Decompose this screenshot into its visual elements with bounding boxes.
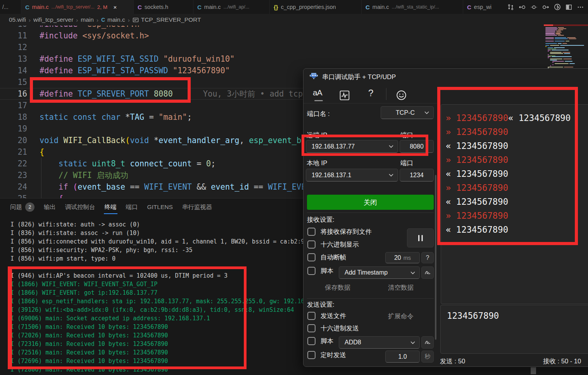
editor-tab-main.c.../wifi_sta_static_ip/...[interactable]: Cmain.c.../wifi_sta_static_ip/... <box>362 0 463 14</box>
panel-tabs: 问题2输出调试控制台终端端口GITLENS串行监视器 <box>10 200 212 214</box>
serial-app-icon <box>310 73 318 81</box>
previous-change-icon[interactable] <box>518 3 527 12</box>
editor-tab-main.c.../wifi_tcp_server/...[interactable]: Cmain.c.../wifi_tcp_server/...2, M× <box>21 0 134 14</box>
annotation-rect-remote-ip <box>302 135 428 156</box>
toolbar-divider <box>303 103 437 104</box>
code-line-13: 13#define ESP_WIFI_STA_SSID "duruofu_win… <box>0 53 544 65</box>
breadcrumb-separator-icon: › <box>128 17 130 23</box>
send-file-checkbox[interactable] <box>307 312 316 320</box>
c-file-icon: C <box>25 4 29 10</box>
close-connection-button[interactable]: 关闭 <box>307 195 434 210</box>
history-icon[interactable] <box>553 3 562 12</box>
close-tab-icon[interactable]: × <box>111 3 119 11</box>
terminal-scrollbar-thumb[interactable] <box>531 367 536 374</box>
panel-tab-端口[interactable]: 端口 <box>126 200 138 214</box>
save-to-file-checkbox[interactable] <box>307 228 316 236</box>
panel-tab-终端[interactable]: 终端 <box>105 200 117 214</box>
panel-tab-label: 端口 <box>126 200 138 214</box>
problems-count-badge: 2 <box>25 202 34 212</box>
port-name-label: 端口名 : <box>307 110 330 118</box>
breadcrumb-separator-icon: › <box>29 17 31 23</box>
breadcrumb-item[interactable]: main <box>81 16 94 23</box>
tab-problems-badge: 2, M <box>97 4 107 10</box>
panel-tab-输出[interactable]: 输出 <box>44 200 56 214</box>
editor-tab-c_cpp_properties.json[interactable]: {}c_cpp_properties.json <box>270 0 362 14</box>
breadcrumb: 05.wifi›wifi_tcp_server›main›Cmain.c›TCP… <box>0 14 588 26</box>
interval-unit-button: 秒 <box>421 351 434 363</box>
tab-overflow[interactable]: /... <box>0 0 21 14</box>
send-script-edit-button[interactable] <box>421 336 434 349</box>
breadcrumb-separator-icon: › <box>97 17 98 23</box>
clear-data-link[interactable]: 清空数据 <box>388 283 414 292</box>
receive-settings-label: 接收设置: <box>307 216 335 224</box>
tab-label: main.c <box>32 4 49 10</box>
tab-label: esp_wi <box>474 4 491 10</box>
tab-description: .../wifi_sta_static_ip/... <box>392 4 439 10</box>
code-line-11: 11#include <sys/socket.h> <box>0 30 544 41</box>
hex-send-checkbox[interactable] <box>307 324 316 332</box>
line-number: 16 <box>0 88 27 100</box>
breadcrumb-symbol[interactable]: TCP_SREVER_PORT <box>141 16 201 23</box>
help-icon[interactable]: ? <box>368 88 373 99</box>
line-number: 22 <box>0 158 27 169</box>
git-compare-icon[interactable] <box>506 3 515 12</box>
tab-label: main.c <box>204 4 221 10</box>
next-change-icon[interactable] <box>541 3 550 12</box>
recv-script-select[interactable]: Add Timestamp <box>339 266 420 279</box>
save-data-link[interactable]: 保存数据 <box>325 283 350 292</box>
annotation-rect-define-port <box>30 77 191 103</box>
send-script-label: 脚本 <box>321 337 333 346</box>
line-number: 20 <box>0 135 27 146</box>
ext-cmd-link[interactable]: 扩展命令 <box>388 312 414 321</box>
port-name-select[interactable]: TCP-C <box>381 106 434 119</box>
timed-send-label: 定时发送 <box>321 351 346 359</box>
hex-display-checkbox[interactable] <box>307 240 316 249</box>
breadcrumb-file[interactable]: main.c <box>107 16 125 23</box>
timed-send-checkbox[interactable] <box>307 351 316 359</box>
c-file-icon: C <box>467 4 471 10</box>
emoji-icon[interactable] <box>396 90 407 102</box>
change-icon[interactable] <box>529 3 538 12</box>
line-number: 11 <box>0 30 27 41</box>
send-data-area[interactable]: 1234567890 <box>440 305 588 354</box>
panel-tab-问题[interactable]: 问题2 <box>10 200 34 214</box>
font-settings-icon[interactable]: aA <box>313 88 322 97</box>
auto-frame-label: 自动断帧 <box>321 253 346 262</box>
minimap[interactable] <box>544 24 588 68</box>
tool-scrollbar[interactable] <box>435 175 436 340</box>
panel-tab-label: 串行监视器 <box>182 200 212 214</box>
status-received-count: 接收 : 50 - 10 <box>543 357 581 366</box>
panel-tab-label: 终端 <box>105 200 117 214</box>
interval-input[interactable]: 1.0 <box>385 351 420 363</box>
panel-tab-GITLENS[interactable]: GITLENS <box>147 200 173 214</box>
editor-tab-sockets.h[interactable]: Csockets.h <box>134 0 193 14</box>
frame-help-button[interactable]: ? <box>421 252 434 263</box>
split-editor-icon[interactable] <box>564 3 573 12</box>
send-script-checkbox[interactable] <box>307 337 316 345</box>
breadcrumb-item[interactable]: 05.wifi <box>9 16 26 23</box>
more-actions-icon[interactable] <box>576 3 585 12</box>
pause-button[interactable] <box>407 228 434 247</box>
panel-tab-调试控制台[interactable]: 调试控制台 <box>65 200 95 214</box>
editor-tab-main.c.../wifi_ap/...[interactable]: Cmain.c.../wifi_ap/... <box>193 0 270 14</box>
panel-tab-串行监视器[interactable]: 串行监视器 <box>182 200 212 214</box>
local-port-input[interactable]: 1234 <box>400 169 434 181</box>
auto-frame-checkbox[interactable] <box>307 253 316 261</box>
send-script-select[interactable]: ADD8 <box>339 336 420 349</box>
local-ip-label: 本地 IP <box>307 159 327 168</box>
recv-script-edit-button[interactable] <box>421 266 434 279</box>
line-number: 13 <box>0 53 27 65</box>
c-file-icon: C <box>366 4 370 10</box>
local-ip-select[interactable]: 192.168.137.1 <box>306 169 398 181</box>
line-number: 21 <box>0 146 27 158</box>
breadcrumb-item[interactable]: wifi_tcp_server <box>33 16 73 23</box>
annotation-rect-receive-area <box>437 87 578 245</box>
editor-tab-esp_wi[interactable]: Cesp_wi <box>463 0 506 14</box>
frame-ms-input[interactable]: 20ms <box>385 252 420 263</box>
panel-tab-label: 输出 <box>44 200 56 214</box>
recv-script-checkbox[interactable] <box>307 267 316 275</box>
send-settings-label: 发送设置: <box>307 301 335 309</box>
minimap-red-marker-hot <box>544 24 553 26</box>
send-file-label: 发送文件 <box>321 312 346 320</box>
chart-icon[interactable] <box>340 90 350 102</box>
